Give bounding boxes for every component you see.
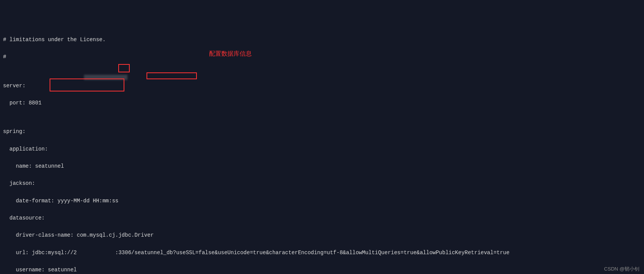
code-line: date-format: yyyy-MM-dd HH:mm:ss [3, 198, 641, 204]
code-line: spring: [3, 129, 641, 135]
code-line: # limitations under the License. [3, 37, 641, 43]
code-line: url: jdbc:mysql://2 :3306/seatunnel_db?u… [3, 250, 641, 256]
code-container: # limitations under the License. # serve… [3, 25, 641, 274]
watermark: CSDN @韧小钊 [604, 266, 639, 272]
code-line: server: [3, 83, 641, 89]
code-line: username: seatunnel [3, 267, 641, 273]
code-line: jackson: [3, 181, 641, 186]
code-line: driver-class-name: com.mysql.cj.jdbc.Dri… [3, 232, 641, 238]
code-line: # [3, 54, 641, 60]
code-line: datasource: [3, 215, 641, 221]
annotation-label: 配置数据库信息 [209, 50, 252, 57]
code-line: name: seatunnel [3, 163, 641, 169]
code-line: port: 8801 [3, 100, 641, 106]
code-line: application: [3, 146, 641, 152]
